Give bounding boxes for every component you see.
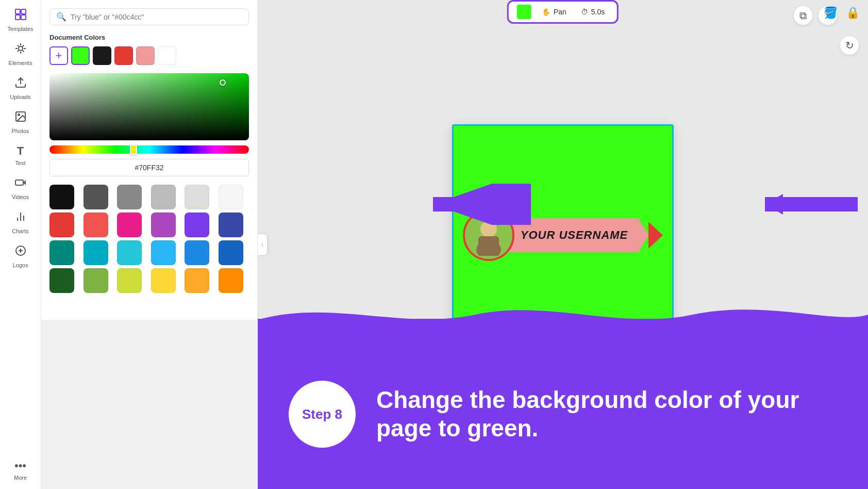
grid-color-swatch-0[interactable] [49, 185, 74, 209]
bottom-section: Step 8 Change the background color of yo… [258, 319, 868, 489]
top-toolbar: ✋ Pan ⏱ 5.0s [507, 0, 619, 24]
arrow-right-side [755, 184, 858, 227]
grid-color-swatch-10[interactable] [185, 213, 209, 237]
sidebar-item-photos[interactable]: Photos [2, 106, 39, 138]
toolbar-color-swatch[interactable] [517, 5, 531, 19]
sidebar-item-templates[interactable]: Templates [2, 4, 39, 36]
grid-color-swatch-8[interactable] [117, 213, 142, 237]
arrow-to-hex [418, 184, 531, 227]
doc-color-green[interactable] [71, 46, 90, 65]
paintbucket-icon[interactable]: 🪣 [824, 6, 838, 20]
grid-color-swatch-11[interactable] [219, 213, 243, 237]
hex-input-row: #70FF32 [49, 159, 249, 176]
hue-handle[interactable] [130, 144, 137, 155]
grid-color-swatch-2[interactable] [117, 185, 142, 209]
grid-color-swatch-12[interactable] [49, 240, 74, 265]
grid-color-swatch-6[interactable] [49, 213, 74, 237]
templates-icon [14, 8, 27, 24]
refresh-icon[interactable]: ↻ [840, 36, 859, 55]
main-area: ✋ Pan ⏱ 5.0s 🪣 🔒 ⧉ ↗ ↻ [258, 0, 868, 489]
sidebar-item-elements[interactable]: Elements [2, 38, 39, 70]
bottom-content: Step 8 Change the background color of yo… [258, 339, 868, 489]
sidebar-item-logos[interactable]: Logos [2, 240, 39, 272]
grid-color-swatch-13[interactable] [84, 240, 108, 265]
sidebar: Templates Elements Uploads Photos T Text… [0, 0, 41, 489]
svg-point-4 [19, 46, 23, 51]
instruction-text: Change the background color of your page… [376, 386, 837, 443]
sidebar-item-photos-label: Photos [11, 128, 29, 134]
grid-color-swatch-4[interactable] [185, 185, 209, 209]
doc-color-black[interactable] [93, 46, 111, 65]
text-icon: T [17, 144, 24, 158]
picker-handle[interactable] [220, 79, 226, 86]
color-search-bar[interactable]: 🔍 [49, 8, 249, 25]
collapse-panel-button[interactable]: ‹ [258, 234, 267, 255]
uploads-icon [14, 76, 27, 92]
grid-color-swatch-14[interactable] [117, 240, 142, 265]
elements-icon [14, 42, 27, 58]
sidebar-item-logos-label: Logos [13, 262, 28, 268]
doc-color-white[interactable] [158, 46, 176, 65]
timer-icon: ⏱ [581, 8, 588, 16]
document-colors-title: Document Colors [49, 34, 249, 41]
sidebar-item-videos-label: Videos [12, 194, 29, 200]
grid-color-swatch-23[interactable] [219, 268, 243, 293]
color-gradient-picker[interactable] [49, 73, 249, 140]
grid-color-swatch-22[interactable] [185, 268, 209, 293]
videos-icon [14, 176, 27, 192]
grid-color-swatch-9[interactable] [151, 213, 176, 237]
svg-rect-3 [21, 15, 26, 20]
grid-color-swatch-19[interactable] [84, 268, 108, 293]
copy-icon[interactable]: ⧉ [794, 6, 812, 25]
grid-color-swatch-5[interactable] [219, 185, 243, 209]
sidebar-item-uploads[interactable]: Uploads [2, 72, 39, 104]
grid-color-swatch-15[interactable] [151, 240, 176, 265]
pan-icon: ✋ [542, 8, 550, 16]
color-panel: 🔍 Document Colors + #70FF32 [41, 0, 258, 320]
svg-rect-1 [21, 9, 26, 14]
sidebar-item-uploads-label: Uploads [10, 94, 30, 100]
sidebar-item-charts-label: Charts [12, 228, 28, 234]
sidebar-item-text-label: Text [15, 160, 25, 166]
sidebar-item-templates-label: Templates [7, 26, 33, 32]
pan-button[interactable]: ✋ Pan [538, 6, 571, 18]
sidebar-item-text[interactable]: T Text [2, 140, 39, 170]
top-right-icons: 🪣 🔒 [824, 6, 860, 20]
doc-color-red[interactable] [114, 46, 133, 65]
sidebar-item-more-label: More [14, 475, 27, 481]
document-colors-row: + [49, 46, 249, 65]
grid-color-swatch-3[interactable] [151, 185, 176, 209]
more-icon: ••• [14, 459, 26, 472]
pan-label: Pan [554, 8, 566, 16]
add-color-button[interactable]: + [49, 46, 68, 65]
hue-slider[interactable] [49, 145, 249, 154]
grid-color-swatch-16[interactable] [185, 240, 209, 265]
photos-icon [14, 110, 27, 126]
hue-slider-container [49, 145, 249, 154]
hex-input[interactable]: #70FF32 [49, 159, 249, 176]
svg-rect-2 [15, 15, 20, 20]
doc-color-pink[interactable] [136, 46, 155, 65]
grid-color-swatch-18[interactable] [49, 268, 74, 293]
grid-color-swatch-1[interactable] [84, 185, 108, 209]
step-circle: Step 8 [289, 381, 356, 448]
sidebar-item-elements-label: Elements [9, 60, 32, 66]
wave-svg [258, 299, 868, 330]
step-label: Step 8 [302, 406, 342, 422]
grid-color-swatch-7[interactable] [84, 213, 108, 237]
charts-icon [14, 210, 27, 226]
sidebar-item-more[interactable]: ••• More [2, 455, 39, 485]
svg-rect-17 [478, 236, 499, 252]
color-search-input[interactable] [71, 13, 242, 21]
grid-color-swatch-21[interactable] [151, 268, 176, 293]
lock-icon[interactable]: 🔒 [846, 6, 860, 20]
svg-point-7 [18, 114, 20, 116]
color-grid [49, 185, 249, 293]
grid-color-swatch-20[interactable] [117, 268, 142, 293]
timer-label: 5.0s [591, 8, 605, 16]
sidebar-item-videos[interactable]: Videos [2, 172, 39, 204]
sidebar-item-charts[interactable]: Charts [2, 206, 39, 238]
logos-icon [14, 244, 27, 260]
timer-button[interactable]: ⏱ 5.0s [577, 6, 609, 18]
grid-color-swatch-17[interactable] [219, 240, 243, 265]
